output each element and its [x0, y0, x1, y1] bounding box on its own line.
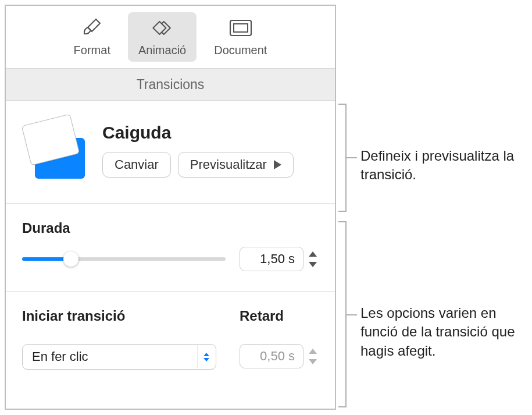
duration-slider[interactable] — [22, 251, 226, 267]
start-select-value: En fer clic — [32, 349, 88, 364]
slider-thumb[interactable] — [63, 251, 78, 267]
transition-thumbnail — [22, 118, 86, 182]
change-button-label: Canviar — [115, 157, 159, 172]
callout-tick — [338, 211, 347, 212]
transition-info: Caiguda Canviar Previsualitzar — [102, 123, 319, 178]
duration-step-up[interactable] — [307, 249, 319, 258]
section-header: Transicions — [6, 69, 335, 101]
tab-format[interactable]: Format — [63, 12, 121, 62]
document-icon — [227, 16, 254, 40]
paintbrush-icon — [78, 16, 105, 40]
duration-label: Durada — [22, 220, 319, 236]
inspector-panel: Format Animació Document Transicions — [5, 5, 336, 410]
tab-document-label: Document — [214, 44, 267, 57]
inspector-toolbar: Format Animació Document — [6, 6, 335, 69]
transition-name: Caiguda — [102, 123, 319, 143]
duration-step-down[interactable] — [307, 260, 319, 269]
chevron-updown-icon — [197, 345, 215, 368]
preview-button[interactable]: Previsualitzar — [178, 152, 294, 178]
callout-text-1: Defineix i previsualitza la transició. — [360, 147, 532, 185]
delay-step-down[interactable] — [307, 357, 319, 366]
callout-lead — [347, 314, 357, 315]
delay-label: Retard — [240, 308, 319, 324]
play-icon — [274, 160, 281, 169]
start-label: Iniciar transició — [22, 308, 216, 324]
tab-document[interactable]: Document — [203, 12, 277, 62]
section-title: Transicions — [137, 77, 205, 93]
diamond-stack-icon — [149, 16, 176, 40]
duration-section: Durada — [6, 204, 335, 292]
duration-input[interactable] — [240, 247, 304, 271]
delay-step-up[interactable] — [307, 346, 319, 356]
tab-format-label: Format — [74, 44, 110, 57]
svg-rect-1 — [234, 24, 248, 32]
tab-animation[interactable]: Animació — [128, 12, 197, 62]
callout-lead — [347, 157, 357, 158]
start-section: Iniciar transició En fer clic Retard — [6, 292, 335, 386]
start-select[interactable]: En fer clic — [22, 344, 216, 370]
preview-button-label: Previsualitzar — [190, 157, 267, 172]
callout-text-2: Les opcions varien en funció de la trans… — [360, 304, 523, 360]
change-button[interactable]: Canviar — [102, 152, 171, 178]
tab-animation-label: Animació — [138, 44, 186, 57]
callout-tick — [338, 221, 347, 222]
delay-stepper — [240, 344, 319, 368]
duration-stepper — [240, 247, 319, 271]
callout-tick — [338, 104, 347, 105]
callout-tick — [338, 406, 347, 407]
transition-summary: Caiguda Canviar Previsualitzar — [6, 101, 335, 204]
delay-input[interactable] — [240, 344, 304, 368]
